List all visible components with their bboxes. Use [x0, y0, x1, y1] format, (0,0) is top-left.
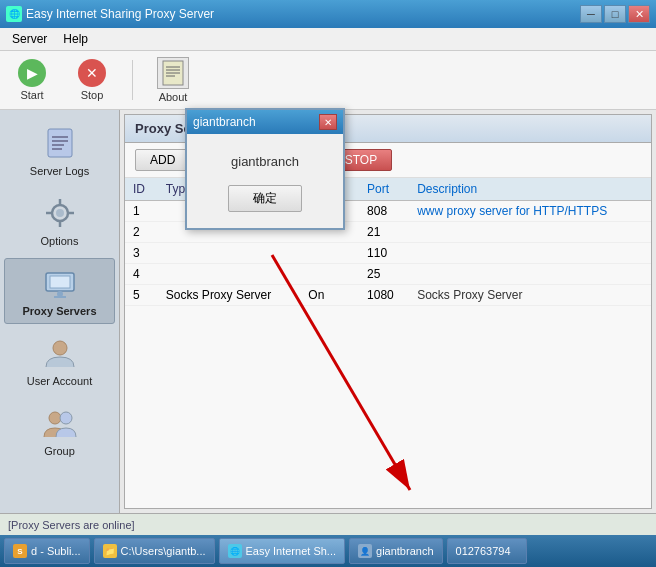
table-row[interactable]: 3110: [125, 243, 651, 264]
svg-point-15: [56, 209, 64, 217]
title-bar-left: 🌐 Easy Internet Sharing Proxy Server: [6, 6, 214, 22]
sidebar-item-server-logs[interactable]: Server Logs: [4, 118, 115, 184]
table-row[interactable]: 5Socks Proxy ServerOn1080Socks Proxy Ser…: [125, 285, 651, 306]
cell-status: On: [300, 285, 359, 306]
cell-port: 21: [359, 222, 409, 243]
stop-label: Stop: [81, 89, 104, 101]
menu-bar: Server Help: [0, 28, 656, 51]
sidebar-label-group: Group: [44, 445, 75, 457]
minimize-button[interactable]: ─: [580, 5, 602, 23]
sidebar-label-options: Options: [41, 235, 79, 247]
sidebar-label-server-logs: Server Logs: [30, 165, 89, 177]
cell-port: 110: [359, 243, 409, 264]
svg-point-22: [60, 412, 72, 424]
sidebar-item-options[interactable]: Options: [4, 188, 115, 254]
toolbar: ▶ Start ✕ Stop About: [0, 51, 656, 110]
svg-point-21: [49, 412, 61, 424]
col-header-description: Description: [409, 178, 651, 201]
cell-type: [158, 264, 300, 285]
server-logs-icon: [42, 125, 78, 161]
cell-id: 3: [125, 243, 158, 264]
cell-description: Socks Proxy Server: [409, 285, 651, 306]
cell-id: 4: [125, 264, 158, 285]
cell-type: Socks Proxy Server: [158, 285, 300, 306]
table-row[interactable]: 425: [125, 264, 651, 285]
cell-status: [300, 243, 359, 264]
svg-rect-5: [48, 129, 72, 157]
dialog-message: giantbranch: [231, 154, 299, 169]
stop-button[interactable]: ✕ Stop: [68, 57, 116, 103]
about-button[interactable]: About: [149, 55, 197, 105]
svg-rect-17: [50, 276, 70, 288]
sidebar-item-user-account[interactable]: User Account: [4, 328, 115, 394]
taskbar-icon-proxy-app: 🌐: [228, 544, 242, 558]
sidebar: Server Logs Options: [0, 110, 120, 513]
app-icon: 🌐: [6, 6, 22, 22]
cell-description: www proxy server for HTTP/HTTPS: [409, 201, 651, 222]
options-icon: [42, 195, 78, 231]
taskbar-icon-giantbranch: 👤: [358, 544, 372, 558]
cell-port: 25: [359, 264, 409, 285]
taskbar-icon-explorer: 📁: [103, 544, 117, 558]
taskbar-label-proxy-app: Easy Internet Sh...: [246, 545, 337, 557]
sidebar-item-proxy-servers[interactable]: Proxy Servers: [4, 258, 115, 324]
dialog-title-bar: giantbranch ✕: [187, 110, 343, 134]
dialog: giantbranch ✕ giantbranch 确定: [185, 108, 345, 230]
taskbar: S d - Subli... 📁 C:\Users\giantb... 🌐 Ea…: [0, 535, 656, 567]
taskbar-item-numbers[interactable]: 012763794: [447, 538, 527, 564]
cell-port: 1080: [359, 285, 409, 306]
svg-point-20: [53, 341, 67, 355]
dialog-content: giantbranch 确定: [187, 134, 343, 228]
toolbar-separator: [132, 60, 133, 100]
taskbar-item-sublime[interactable]: S d - Subli...: [4, 538, 90, 564]
taskbar-label-numbers: 012763794: [456, 545, 511, 557]
status-text: [Proxy Servers are online]: [8, 519, 135, 531]
status-bar: [Proxy Servers are online]: [0, 513, 656, 535]
cell-id: 5: [125, 285, 158, 306]
col-header-port: Port: [359, 178, 409, 201]
cell-id: 2: [125, 222, 158, 243]
dialog-close-button[interactable]: ✕: [319, 114, 337, 130]
sidebar-item-group[interactable]: Group: [4, 398, 115, 464]
maximize-button[interactable]: □: [604, 5, 626, 23]
title-bar: 🌐 Easy Internet Sharing Proxy Server ─ □…: [0, 0, 656, 28]
close-button[interactable]: ✕: [628, 5, 650, 23]
dialog-title: giantbranch: [193, 115, 256, 129]
about-label: About: [159, 91, 188, 103]
start-button[interactable]: ▶ Start: [8, 57, 56, 103]
taskbar-label-sublime: d - Subli...: [31, 545, 81, 557]
taskbar-label-explorer: C:\Users\giantb...: [121, 545, 206, 557]
sidebar-label-user-account: User Account: [27, 375, 92, 387]
cell-description: [409, 222, 651, 243]
taskbar-icon-sublime: S: [13, 544, 27, 558]
start-label: Start: [20, 89, 43, 101]
taskbar-item-explorer[interactable]: 📁 C:\Users\giantb...: [94, 538, 215, 564]
proxy-servers-icon: [42, 265, 78, 301]
add-button[interactable]: ADD: [135, 149, 190, 171]
cell-description: [409, 243, 651, 264]
title-buttons: ─ □ ✕: [580, 5, 650, 23]
col-header-id: ID: [125, 178, 158, 201]
taskbar-item-proxy-app[interactable]: 🌐 Easy Internet Sh...: [219, 538, 346, 564]
taskbar-item-giantbranch[interactable]: 👤 giantbranch: [349, 538, 443, 564]
cell-id: 1: [125, 201, 158, 222]
cell-port: 808: [359, 201, 409, 222]
sidebar-label-proxy-servers: Proxy Servers: [23, 305, 97, 317]
about-icon: [157, 57, 189, 89]
taskbar-label-giantbranch: giantbranch: [376, 545, 434, 557]
group-icon: [42, 405, 78, 441]
dialog-ok-button[interactable]: 确定: [228, 185, 302, 212]
user-account-icon: [42, 335, 78, 371]
cell-description: [409, 264, 651, 285]
cell-status: [300, 264, 359, 285]
window-title: Easy Internet Sharing Proxy Server: [26, 7, 214, 21]
start-icon: ▶: [18, 59, 46, 87]
stop-icon: ✕: [78, 59, 106, 87]
menu-help[interactable]: Help: [57, 30, 94, 48]
cell-type: [158, 243, 300, 264]
menu-server[interactable]: Server: [6, 30, 53, 48]
